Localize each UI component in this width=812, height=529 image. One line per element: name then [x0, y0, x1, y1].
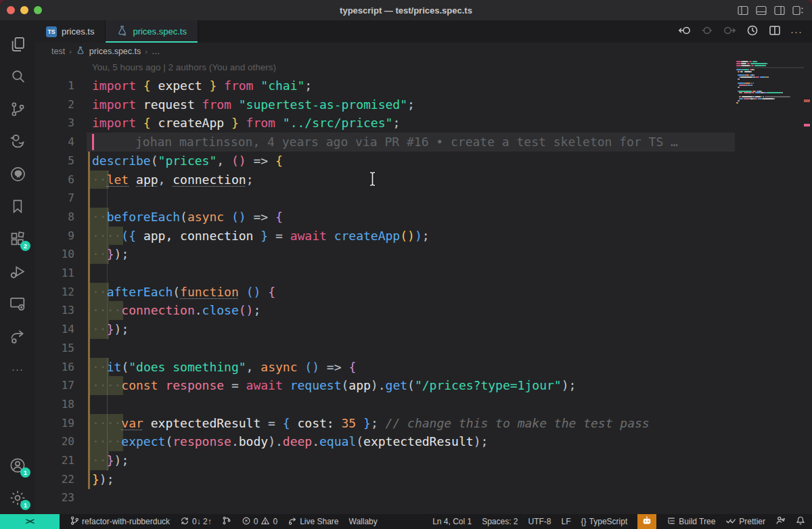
language-mode-item[interactable]: {} TypeScript: [581, 517, 628, 526]
source-control-icon[interactable]: [3, 93, 32, 125]
close-button[interactable]: [7, 6, 15, 14]
navigate-back-icon[interactable]: [677, 24, 692, 40]
build-tree-item[interactable]: Build Tree: [667, 516, 715, 528]
run-debug-icon[interactable]: [3, 255, 32, 288]
codelens-blame[interactable]: You, 5 hours ago | 2 authors (You and ot…: [92, 62, 276, 72]
code-line-8[interactable]: 8··beforeEach(async () => {: [35, 208, 738, 227]
line-number[interactable]: 3: [35, 114, 74, 133]
code-line-5[interactable]: 5describe("prices", () => {: [35, 152, 738, 170]
line-number[interactable]: 20: [35, 432, 74, 451]
toggle-primary-sidebar-icon[interactable]: [738, 5, 748, 16]
prettier-item[interactable]: Prettier: [725, 516, 765, 527]
wallaby-item[interactable]: Wallaby: [349, 517, 378, 526]
settings-icon[interactable]: 1: [3, 482, 32, 514]
github-icon[interactable]: [3, 158, 32, 190]
eol-item[interactable]: LF: [562, 517, 571, 526]
breadcrumb-symbol[interactable]: …: [152, 47, 160, 56]
line-number[interactable]: 17: [35, 376, 74, 395]
zoom-button[interactable]: [34, 6, 42, 14]
code-line-20[interactable]: 20····expect(response.body).deep.equal(e…: [35, 432, 738, 451]
line-number[interactable]: 6: [35, 170, 74, 189]
line-number[interactable]: 5: [35, 152, 74, 170]
code-line-2[interactable]: 2import request from "supertest-as-promi…: [35, 95, 738, 114]
line-number[interactable]: 1: [35, 76, 74, 95]
code-line-23[interactable]: 23: [35, 488, 738, 507]
line-number[interactable]: 4: [35, 133, 74, 152]
code-area[interactable]: You, 5 hours ago | 2 authors (You and ot…: [35, 60, 812, 514]
cursor-position-item[interactable]: Ln 4, Col 1: [432, 517, 472, 526]
live-share-icon[interactable]: [3, 320, 32, 352]
line-number[interactable]: 8: [35, 208, 74, 227]
line-number[interactable]: 11: [35, 264, 74, 283]
search-icon[interactable]: [3, 60, 32, 93]
git-graph-item[interactable]: [222, 515, 231, 528]
code-line-17[interactable]: 17····const response = await request(app…: [35, 376, 738, 395]
explorer-icon[interactable]: [3, 28, 32, 60]
breadcrumb-folder[interactable]: test: [51, 47, 65, 56]
bookmarks-icon[interactable]: [3, 190, 32, 223]
code-line-16[interactable]: 16··it("does something", async () => {: [35, 358, 738, 377]
code-line-1[interactable]: 1import { expect } from "chai";: [35, 76, 738, 95]
code-line-10[interactable]: 10··});: [35, 245, 738, 264]
remote-explorer-icon[interactable]: [3, 288, 32, 320]
breadcrumb-file[interactable]: prices.spec.ts: [89, 47, 141, 56]
indentation-item[interactable]: Spaces: 2: [482, 517, 518, 526]
navigate-next-change-icon[interactable]: [723, 24, 737, 40]
encoding-item[interactable]: UTF-8: [528, 517, 551, 526]
split-editor-icon[interactable]: [768, 24, 782, 40]
git-sync-item[interactable]: 0↓ 2↑: [180, 516, 212, 528]
code-line-6[interactable]: 6··let app, connection;: [35, 170, 738, 189]
code-line-19[interactable]: 19····var exptectedResult = { cost: 35 }…: [35, 414, 738, 433]
minimap[interactable]: [736, 60, 807, 114]
rubberduck-status-badge[interactable]: [637, 514, 656, 529]
code-line-14[interactable]: 14··});: [35, 320, 738, 339]
line-number[interactable]: 14: [35, 320, 74, 339]
code-token: app: [136, 172, 158, 187]
remote-indicator[interactable]: ><: [0, 514, 60, 529]
code-line-13[interactable]: 13····connection.close();: [35, 301, 738, 320]
code-line-22[interactable]: 22});: [35, 470, 738, 489]
toggle-panel-icon[interactable]: [756, 5, 767, 16]
toggle-secondary-sidebar-icon[interactable]: [774, 5, 785, 16]
line-number[interactable]: 13: [35, 301, 74, 320]
line-number[interactable]: 16: [35, 358, 74, 377]
code-token: [253, 360, 261, 374]
code-line-7[interactable]: 7: [35, 189, 738, 208]
code-line-11[interactable]: 11: [35, 264, 738, 283]
code-line-15[interactable]: 15: [35, 339, 738, 358]
timeline-icon[interactable]: [746, 24, 759, 40]
tab-prices-spec-ts[interactable]: ts prices.spec.ts: [106, 20, 198, 43]
git-branch-item[interactable]: refactor-with-rubberduck: [70, 515, 170, 528]
accounts-icon[interactable]: 1: [3, 449, 32, 482]
line-number[interactable]: 7: [35, 189, 74, 208]
more-views-icon[interactable]: ···: [3, 352, 32, 385]
problems-item[interactable]: 0 0: [242, 516, 277, 528]
code-line-12[interactable]: 12··afterEach(function () {: [35, 283, 738, 302]
code-line-21[interactable]: 21··});: [35, 451, 738, 470]
line-number[interactable]: 21: [35, 451, 74, 470]
feedback-item[interactable]: [775, 515, 786, 528]
line-number[interactable]: 10: [35, 245, 74, 264]
extensions-icon[interactable]: 2: [3, 223, 32, 255]
line-number[interactable]: 12: [35, 283, 74, 302]
rubber-duck-icon[interactable]: [3, 125, 32, 158]
code-line-3[interactable]: 3import { createApp } from "../src/price…: [35, 114, 738, 133]
line-number[interactable]: 9: [35, 227, 74, 246]
whitespace-dots: ··: [92, 453, 107, 467]
code-line-4[interactable]: johan martinsson, 4 years ago via PR #16…: [35, 133, 738, 152]
line-number[interactable]: 15: [35, 339, 74, 358]
live-share-item[interactable]: Live Share: [288, 516, 338, 528]
navigate-previous-change-icon[interactable]: [700, 24, 714, 40]
more-actions-icon[interactable]: ···: [790, 26, 803, 37]
line-number[interactable]: 22: [35, 470, 74, 489]
line-number[interactable]: 23: [35, 488, 74, 507]
minimize-button[interactable]: [20, 6, 28, 14]
line-number[interactable]: 18: [35, 395, 74, 414]
line-number[interactable]: 19: [35, 414, 74, 433]
tab-prices-ts[interactable]: TS prices.ts: [35, 20, 106, 43]
code-line-9[interactable]: 9····({ app, connection } = await create…: [35, 227, 738, 246]
line-number[interactable]: 2: [35, 95, 74, 114]
code-line-18[interactable]: 18: [35, 395, 738, 414]
notifications-item[interactable]: [796, 515, 805, 528]
customize-layout-icon[interactable]: [792, 5, 804, 16]
